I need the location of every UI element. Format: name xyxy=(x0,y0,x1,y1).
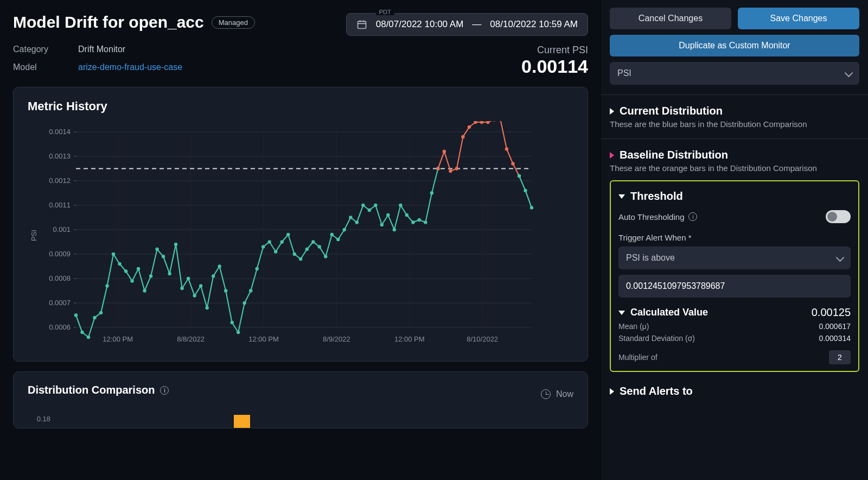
current-dist-desc: These are the blue bars in the Distribut… xyxy=(610,119,859,129)
duplicate-button[interactable]: Duplicate as Custom Monitor xyxy=(610,35,859,56)
current-dist-title: Current Distribution xyxy=(620,105,723,117)
threshold-title: Threshold xyxy=(630,190,683,203)
svg-point-42 xyxy=(80,331,84,334)
svg-text:0.0012: 0.0012 xyxy=(49,176,71,185)
svg-point-107 xyxy=(480,121,483,124)
svg-point-47 xyxy=(112,252,115,256)
info-icon[interactable]: i xyxy=(688,212,697,221)
svg-point-65 xyxy=(224,289,227,292)
svg-point-115 xyxy=(524,189,527,192)
svg-point-94 xyxy=(405,213,409,217)
date-from: 08/07/2022 10:00 AM xyxy=(376,19,464,30)
svg-point-75 xyxy=(286,233,290,236)
svg-point-83 xyxy=(336,238,340,241)
svg-point-55 xyxy=(162,255,165,258)
svg-point-62 xyxy=(205,306,208,310)
svg-point-66 xyxy=(230,321,233,324)
metric-select[interactable]: PSI xyxy=(610,62,859,85)
svg-point-72 xyxy=(268,240,271,243)
svg-point-85 xyxy=(349,216,352,219)
now-label: Now xyxy=(556,389,573,399)
svg-point-102 xyxy=(449,169,452,173)
svg-point-86 xyxy=(355,220,359,224)
svg-point-82 xyxy=(330,233,334,236)
timezone-label: PDT xyxy=(376,9,394,15)
expand-icon[interactable] xyxy=(610,152,614,159)
auto-threshold-toggle[interactable] xyxy=(826,210,851,223)
svg-point-63 xyxy=(212,274,215,277)
svg-point-88 xyxy=(368,209,371,212)
cancel-button[interactable]: Cancel Changes xyxy=(610,8,731,29)
svg-point-111 xyxy=(505,147,508,150)
svg-point-68 xyxy=(242,301,246,305)
collapse-icon[interactable] xyxy=(618,194,625,199)
svg-rect-0 xyxy=(358,21,366,28)
trigger-condition-select[interactable]: PSI is above xyxy=(618,247,851,269)
chevron-down-icon xyxy=(837,253,843,263)
multiplier-input[interactable] xyxy=(829,350,851,364)
calendar-icon xyxy=(356,19,367,30)
expand-icon[interactable] xyxy=(610,388,614,395)
svg-point-105 xyxy=(468,125,471,129)
collapse-icon[interactable] xyxy=(618,311,625,315)
category-label: Category xyxy=(13,45,78,59)
svg-point-59 xyxy=(187,277,190,280)
current-psi-value: 0.00114 xyxy=(521,56,588,77)
svg-point-49 xyxy=(124,269,127,273)
svg-point-90 xyxy=(380,223,384,226)
svg-point-77 xyxy=(299,257,302,261)
svg-point-64 xyxy=(218,264,221,268)
svg-point-114 xyxy=(518,174,521,178)
svg-point-71 xyxy=(261,245,265,248)
svg-point-80 xyxy=(318,245,321,248)
svg-text:8/8/2022: 8/8/2022 xyxy=(177,335,205,343)
model-link[interactable]: arize-demo-fraud-use-case xyxy=(78,62,182,77)
info-icon[interactable]: i xyxy=(160,386,169,395)
svg-text:0.0011: 0.0011 xyxy=(49,201,71,209)
svg-point-104 xyxy=(461,135,464,138)
svg-point-46 xyxy=(105,284,108,287)
svg-text:0.0007: 0.0007 xyxy=(49,299,71,307)
multiplier-label: Multiplier of xyxy=(618,353,658,362)
svg-text:0.001: 0.001 xyxy=(53,225,71,233)
threshold-value-input[interactable] xyxy=(618,275,851,298)
send-alerts-title: Send Alerts to xyxy=(620,385,693,397)
svg-point-116 xyxy=(530,206,533,209)
mean-value: 0.000617 xyxy=(819,322,851,331)
svg-point-95 xyxy=(411,220,414,224)
svg-point-97 xyxy=(424,220,427,224)
svg-point-108 xyxy=(486,121,489,124)
svg-text:12:00 PM: 12:00 PM xyxy=(103,335,133,343)
dist-bar xyxy=(234,415,250,428)
svg-point-92 xyxy=(393,228,396,231)
svg-point-53 xyxy=(149,274,152,277)
svg-point-51 xyxy=(137,267,140,270)
metric-history-chart: 0.00060.00070.00080.00090.0010.00110.001… xyxy=(38,121,573,349)
category-value: Drift Monitor xyxy=(78,45,182,59)
page-title: Model Drift for open_acc xyxy=(13,13,204,31)
svg-point-93 xyxy=(399,204,402,207)
svg-point-110 xyxy=(499,121,502,122)
baseline-dist-title: Baseline Distribution xyxy=(620,149,728,161)
svg-point-58 xyxy=(180,287,183,290)
save-button[interactable]: Save Changes xyxy=(738,8,859,29)
svg-point-54 xyxy=(155,248,158,251)
threshold-panel: Threshold Auto Thresholding i Trigger Al… xyxy=(610,180,859,372)
svg-point-78 xyxy=(305,248,309,251)
std-label: Standard Deviation (σ) xyxy=(618,334,695,343)
svg-point-76 xyxy=(293,252,296,256)
svg-point-70 xyxy=(255,267,258,270)
svg-point-56 xyxy=(168,272,171,275)
auto-threshold-label: Auto Thresholding xyxy=(618,212,684,222)
baseline-dist-desc: These are the orange bars in the Distrib… xyxy=(610,163,859,173)
svg-point-52 xyxy=(143,289,146,292)
svg-point-57 xyxy=(174,243,177,246)
svg-point-87 xyxy=(361,204,365,207)
std-value: 0.000314 xyxy=(819,334,851,343)
svg-text:0.0014: 0.0014 xyxy=(49,128,71,136)
svg-point-112 xyxy=(511,162,514,165)
svg-point-84 xyxy=(343,228,346,231)
date-range-picker[interactable]: PDT 08/07/2022 10:00 AM — 08/10/2022 10:… xyxy=(346,13,588,36)
svg-point-79 xyxy=(311,240,315,243)
expand-icon[interactable] xyxy=(610,108,614,115)
